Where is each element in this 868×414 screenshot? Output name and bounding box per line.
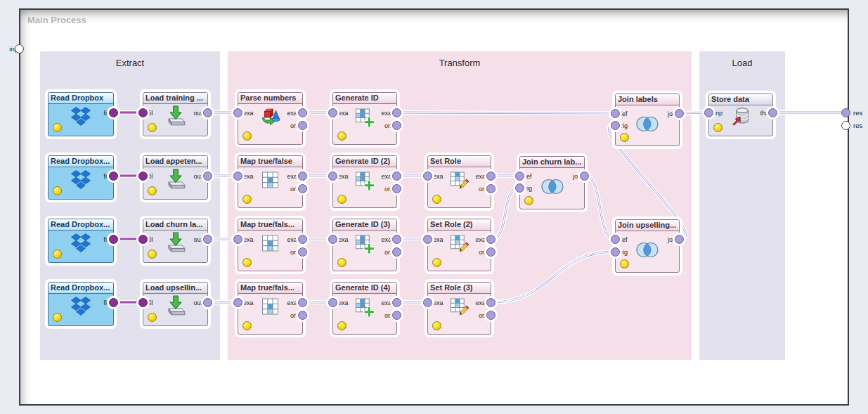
store-data-port-thr-out[interactable] bbox=[768, 108, 777, 117]
join-labels[interactable]: Join labelslefrigjoi bbox=[615, 93, 680, 146]
set-role-3-port-exa-out[interactable] bbox=[486, 298, 495, 307]
generate-id-4[interactable]: Generate ID (4)exaexaori bbox=[332, 282, 397, 335]
load-churn-port-fil-in[interactable] bbox=[138, 235, 148, 244]
read-dropbox-4-port-fil-out[interactable] bbox=[109, 298, 118, 307]
load-appetency[interactable]: Load appeten...filout bbox=[143, 155, 208, 200]
set-role-3-port-ori-out[interactable] bbox=[486, 311, 495, 320]
generate-id-1-port-ori-out[interactable] bbox=[392, 121, 401, 130]
map-true-false-1[interactable]: Map true/falseexaexaori bbox=[238, 155, 303, 208]
set-role-3-port-exa-in[interactable] bbox=[423, 298, 432, 307]
join-churn-labels-port-joi-out[interactable] bbox=[580, 172, 589, 181]
canvas-input-port[interactable] bbox=[15, 44, 24, 53]
read-dropbox-3[interactable]: Read Dropbox...fil bbox=[48, 219, 114, 263]
read-dropbox-3-port-fil-out[interactable] bbox=[109, 235, 118, 244]
status-icon bbox=[524, 196, 533, 205]
join-churn-labels-port-lef-in[interactable] bbox=[515, 172, 524, 181]
set-role-3[interactable]: Set Role (3)exaexaori bbox=[427, 282, 491, 335]
store-data-port-inp-label: inp bbox=[714, 110, 723, 117]
set-role-2-port-exa-label: exa bbox=[433, 236, 443, 243]
generate-id-3[interactable]: Generate ID (3)exaexaori bbox=[332, 219, 397, 271]
load-appetency-port-out-out[interactable] bbox=[203, 172, 212, 181]
set-role-icon bbox=[450, 298, 469, 317]
generate-id-1-port-exa-in[interactable] bbox=[328, 108, 337, 117]
parse-numbers[interactable]: Parse numbersexaexaori bbox=[238, 92, 303, 145]
set-role-1-port-ori-out[interactable] bbox=[486, 184, 495, 193]
map-true-false-1-port-exa-in[interactable] bbox=[233, 172, 242, 181]
map-true-false-2-port-ori-out[interactable] bbox=[298, 247, 307, 257]
read-dropbox-2[interactable]: Read Dropbox...fil bbox=[48, 155, 114, 200]
join-churn-labels[interactable]: Join churn lab...lefrigjoi bbox=[519, 156, 585, 209]
load-appetency-title: Load appeten... bbox=[143, 156, 207, 167]
generate-id-1[interactable]: Generate IDexaexaori bbox=[332, 92, 397, 145]
generate-id-3-port-exa-in[interactable] bbox=[328, 235, 337, 244]
generate-id-2-port-exa-in[interactable] bbox=[328, 172, 337, 181]
map-true-false-2-port-exa-out[interactable] bbox=[298, 235, 307, 244]
set-role-2-port-exa-in[interactable] bbox=[423, 235, 432, 244]
canvas-result-port-2[interactable] bbox=[841, 121, 850, 130]
map-true-false-1-port-exa-out[interactable] bbox=[298, 172, 307, 181]
set-role-1-port-exa-out[interactable] bbox=[486, 172, 495, 181]
load-churn-port-out-out[interactable] bbox=[203, 235, 212, 244]
generate-id-3-port-exa-out[interactable] bbox=[392, 235, 401, 244]
generate-id-3-port-ori-out[interactable] bbox=[392, 247, 401, 257]
store-data[interactable]: Store datainpthr bbox=[708, 93, 773, 136]
parse-numbers-port-exa-label: exa bbox=[287, 110, 297, 117]
load-upselling[interactable]: Load upsellin...filout bbox=[143, 282, 208, 326]
join-upselling-port-rig-label: rig bbox=[621, 249, 628, 256]
load-training-port-out-out[interactable] bbox=[203, 108, 212, 117]
load-churn-port-out-label: out bbox=[193, 236, 202, 243]
join-upselling-port-lef-in[interactable] bbox=[611, 235, 620, 244]
parse-numbers-port-exa-out[interactable] bbox=[298, 108, 307, 117]
join-upselling[interactable]: Join upselling...lefrigjoi bbox=[615, 219, 680, 273]
load-training[interactable]: Load training ...filout bbox=[143, 92, 208, 136]
generate-id-4-port-exa-in[interactable] bbox=[328, 298, 337, 307]
status-icon bbox=[432, 258, 441, 267]
store-data-port-inp-in[interactable] bbox=[704, 108, 713, 117]
map-true-false-3-port-exa-in[interactable] bbox=[233, 298, 242, 307]
join-upselling-port-joi-out[interactable] bbox=[675, 235, 684, 244]
set-role-1[interactable]: Set Roleexaexaori bbox=[427, 155, 491, 208]
set-role-2-port-ori-out[interactable] bbox=[486, 247, 495, 257]
set-role-2-port-exa-label: exa bbox=[475, 236, 486, 243]
generate-id-2[interactable]: Generate ID (2)exaexaori bbox=[332, 155, 397, 208]
generate-id-1-port-exa-out[interactable] bbox=[392, 108, 401, 117]
load-training-port-fil-in[interactable] bbox=[138, 108, 148, 117]
map-true-false-1-port-ori-out[interactable] bbox=[298, 184, 307, 193]
join-labels-port-joi-out[interactable] bbox=[675, 109, 684, 118]
generate-id-4-port-exa-out[interactable] bbox=[392, 298, 401, 307]
generate-id-1-title: Generate ID bbox=[333, 93, 396, 104]
load-upselling-title: Load upsellin... bbox=[143, 283, 207, 294]
generate-id-icon bbox=[356, 172, 375, 190]
join-upselling-port-rig-in[interactable] bbox=[611, 247, 620, 257]
load-upselling-port-out-out[interactable] bbox=[203, 298, 212, 307]
read-dropbox-1-port-fil-out[interactable] bbox=[109, 108, 118, 117]
load-upselling-port-fil-in[interactable] bbox=[138, 298, 148, 307]
map-true-false-2-port-exa-in[interactable] bbox=[233, 235, 242, 244]
join-churn-labels-port-rig-in[interactable] bbox=[515, 183, 524, 193]
set-role-1-port-exa-in[interactable] bbox=[423, 172, 432, 181]
generate-id-4-port-ori-out[interactable] bbox=[392, 311, 401, 320]
load-churn[interactable]: Load churn la...filout bbox=[143, 219, 208, 263]
generate-id-2-port-ori-out[interactable] bbox=[392, 184, 401, 193]
parse-numbers-port-exa-in[interactable] bbox=[233, 108, 242, 117]
map-true-false-2[interactable]: Map true/fals...exaexaori bbox=[238, 219, 303, 271]
generate-id-2-port-exa-out[interactable] bbox=[392, 172, 401, 181]
set-role-2-port-exa-out[interactable] bbox=[486, 235, 495, 244]
join-labels-port-rig-in[interactable] bbox=[611, 121, 620, 130]
read-dropbox-1[interactable]: Read Dropboxfil bbox=[48, 92, 114, 136]
generate-id-3-port-exa-label: exa bbox=[338, 236, 349, 243]
set-role-2[interactable]: Set Role (2)exaexaori bbox=[427, 219, 491, 271]
map-grid-icon bbox=[261, 235, 279, 252]
read-dropbox-4[interactable]: Read Dropbox...fil bbox=[48, 282, 114, 326]
map-true-false-3-port-exa-out[interactable] bbox=[298, 298, 307, 307]
map-true-false-3-port-ori-out[interactable] bbox=[298, 311, 307, 320]
join-labels-port-lef-in[interactable] bbox=[611, 109, 620, 118]
canvas-result-port-1[interactable] bbox=[841, 108, 850, 117]
status-icon bbox=[148, 250, 157, 259]
load-appetency-port-fil-in[interactable] bbox=[138, 172, 148, 181]
status-icon bbox=[337, 131, 346, 141]
read-dropbox-2-port-fil-out[interactable] bbox=[109, 172, 118, 181]
map-true-false-3[interactable]: Map true/fals...exaexaori bbox=[238, 282, 303, 335]
canvas-result-port-2-label: res bbox=[853, 122, 862, 129]
parse-numbers-port-ori-out[interactable] bbox=[298, 121, 307, 130]
